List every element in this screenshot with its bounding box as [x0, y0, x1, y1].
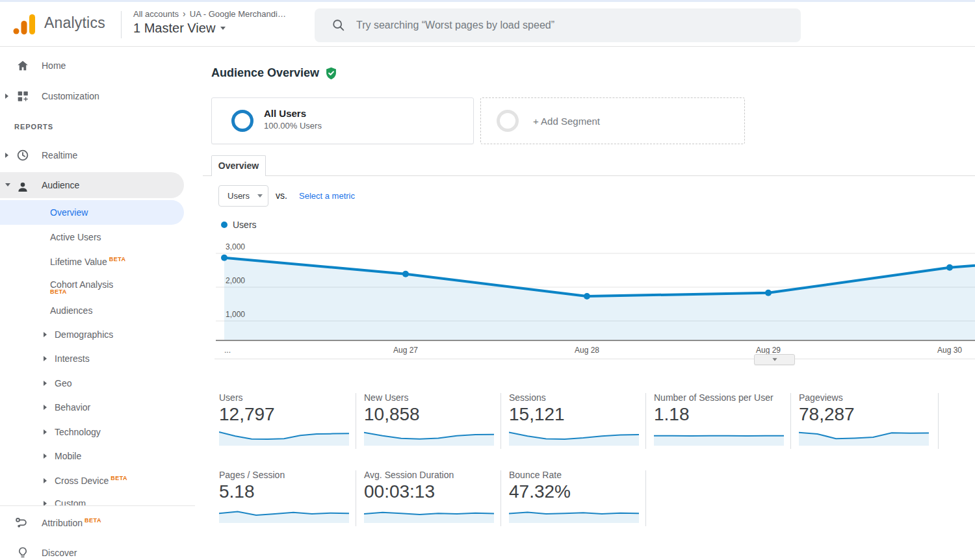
- metric-card-sessions-per-user[interactable]: Number of Sessions per User 1.18: [654, 392, 784, 449]
- svg-text:1,000: 1,000: [226, 310, 245, 319]
- sidebar-item-lifetime-value[interactable]: Lifetime ValueBETA: [0, 253, 184, 271]
- lightbulb-icon: [16, 546, 30, 560]
- timeline-collapse-handle[interactable]: [754, 354, 795, 365]
- expand-icon: [44, 405, 47, 410]
- sparkline-bounce-rate: [509, 503, 639, 523]
- analytics-logo[interactable]: Analytics: [12, 10, 105, 36]
- add-segment-button[interactable]: + Add Segment: [480, 97, 745, 144]
- analytics-logo-icon: [12, 10, 38, 36]
- chevron-down-icon: [772, 358, 777, 361]
- svg-text:3,000: 3,000: [226, 242, 245, 251]
- sidebar-item-attribution[interactable]: AttributionBETA: [0, 514, 184, 532]
- sidebar-item-audience[interactable]: Audience: [0, 172, 184, 198]
- svg-text:Aug 30: Aug 30: [937, 346, 962, 355]
- breadcrumb: All accounts › UA - Google Merchandi… 1 …: [133, 8, 286, 36]
- chart-bottom-divider: [214, 359, 975, 359]
- chart-legend: Users: [221, 220, 257, 230]
- beta-badge: BETA: [50, 288, 67, 296]
- card-divider: [938, 393, 939, 449]
- svg-text:Aug 28: Aug 28: [575, 346, 599, 355]
- app-header: Analytics All accounts › UA - Google Mer…: [0, 2, 975, 47]
- card-divider: [790, 393, 791, 449]
- breadcrumb-chevron-icon: ›: [183, 8, 186, 19]
- sidebar: Home Customization REPORTS Realtime Audi…: [0, 47, 195, 560]
- metric-card-pages-per-session[interactable]: Pages / Session 5.18: [219, 469, 349, 526]
- sidebar-item-active-users[interactable]: Active Users: [0, 228, 184, 246]
- metric-dropdown[interactable]: Users: [218, 185, 268, 207]
- breadcrumb-property[interactable]: UA - Google Merchandi…: [190, 9, 286, 19]
- expand-icon: [44, 478, 47, 483]
- metric-card-pageviews[interactable]: Pageviews 78,287: [799, 392, 929, 449]
- sidebar-item-realtime[interactable]: Realtime: [0, 146, 184, 164]
- sparkline-pageviews: [799, 426, 929, 446]
- page-title-row: Audience Overview: [211, 66, 338, 80]
- beta-badge: BETA: [109, 256, 126, 262]
- add-segment-label: + Add Segment: [533, 116, 600, 127]
- sidebar-item-technology[interactable]: Technology: [0, 423, 184, 441]
- expand-icon: [5, 94, 8, 99]
- sparkline-users: [219, 426, 349, 446]
- metric-card-users[interactable]: Users 12,797: [219, 392, 349, 449]
- card-divider: [645, 470, 646, 526]
- sidebar-item-cross-device[interactable]: Cross DeviceBETA: [0, 472, 184, 490]
- logo-text: Analytics: [44, 14, 105, 32]
- shield-check-icon: [324, 66, 338, 80]
- breadcrumb-all-accounts[interactable]: All accounts: [133, 9, 179, 19]
- page-title: Audience Overview: [211, 66, 319, 80]
- svg-text:2,000: 2,000: [226, 276, 245, 285]
- reports-section-label: REPORTS: [14, 123, 144, 131]
- expand-icon: [5, 153, 8, 158]
- sparkline-pages-per-session: [219, 503, 349, 523]
- segment-detail: 100.00% Users: [264, 121, 322, 131]
- sidebar-item-audiences[interactable]: Audiences: [0, 301, 184, 320]
- clock-icon: [16, 148, 30, 168]
- legend-dot-icon: [221, 222, 228, 228]
- metric-card-avg-session-duration[interactable]: Avg. Session Duration 00:03:13: [364, 469, 494, 526]
- chevron-down-icon: [257, 194, 263, 197]
- view-selector[interactable]: 1 Master View: [133, 21, 286, 36]
- segment-name: All Users: [264, 108, 322, 119]
- card-divider: [645, 393, 646, 449]
- sidebar-item-cohort-analysis[interactable]: Cohort Analysis BETA: [0, 275, 184, 294]
- sidebar-item-geo[interactable]: Geo: [0, 374, 184, 392]
- sidebar-item-interests[interactable]: Interests: [0, 350, 184, 368]
- card-divider: [356, 393, 356, 449]
- sidebar-item-demographics[interactable]: Demographics: [0, 325, 184, 344]
- select-a-metric-link[interactable]: Select a metric: [299, 191, 355, 201]
- collapse-icon: [5, 183, 10, 186]
- sidebar-item-customization[interactable]: Customization: [0, 87, 184, 105]
- search-input[interactable]: [356, 19, 788, 31]
- metric-card-bounce-rate[interactable]: Bounce Rate 47.32%: [509, 469, 639, 526]
- search-bar: [315, 8, 801, 42]
- segment-ring-icon: [231, 110, 254, 132]
- sidebar-item-behavior[interactable]: Behavior: [0, 398, 184, 416]
- expand-icon: [44, 332, 47, 337]
- vs-label: vs.: [276, 190, 287, 201]
- sidebar-item-home[interactable]: Home: [0, 57, 184, 75]
- sidebar-item-discover[interactable]: Discover: [0, 544, 184, 560]
- sidebar-item-mobile[interactable]: Mobile: [0, 447, 184, 465]
- card-divider: [500, 470, 501, 526]
- users-line-chart: 1,0002,0003,000...Aug 27Aug 28Aug 29Aug …: [203, 237, 975, 367]
- card-divider: [500, 393, 501, 449]
- legend-label: Users: [233, 220, 257, 230]
- svg-text:Aug 29: Aug 29: [756, 346, 781, 355]
- customization-icon: [16, 89, 30, 109]
- segment-card-all-users[interactable]: All Users 100.00% Users: [211, 97, 474, 144]
- sparkline-avg-session-duration: [364, 503, 494, 523]
- svg-text:...: ...: [224, 346, 231, 355]
- home-icon: [16, 58, 30, 79]
- sparkline-new-users: [364, 426, 494, 446]
- metric-dropdown-value: Users: [228, 191, 250, 201]
- sparkline-sessions: [509, 426, 639, 446]
- sidebar-bottom-panel: AttributionBETA Discover: [0, 505, 195, 560]
- tab-overview[interactable]: Overview: [211, 155, 266, 176]
- search-icon: [332, 18, 346, 32]
- main-content: Audience Overview All Users 100.00% User…: [203, 47, 975, 560]
- sparkline-sessions-per-user: [654, 426, 784, 446]
- metric-card-sessions[interactable]: Sessions 15,121: [509, 392, 639, 449]
- sidebar-item-overview[interactable]: Overview: [0, 200, 184, 225]
- metric-card-new-users[interactable]: New Users 10,858: [364, 392, 494, 449]
- attribution-route-icon: [14, 516, 29, 536]
- header-divider: [121, 11, 122, 38]
